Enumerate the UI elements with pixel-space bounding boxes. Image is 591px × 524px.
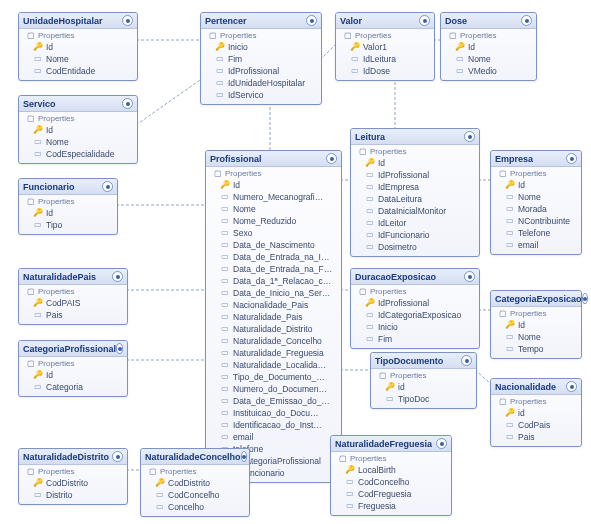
entity-servico[interactable]: ServicoProperties🔑Id▭Nome▭CodEspecialida… bbox=[18, 95, 138, 164]
property-item[interactable]: ▭Tipo bbox=[33, 219, 113, 231]
property-item[interactable]: ▭Data_de_Entrada_na_F… bbox=[220, 263, 337, 275]
property-item[interactable]: ▭Nome bbox=[505, 331, 577, 343]
property-item[interactable]: ▭Inicio bbox=[365, 321, 475, 333]
property-item[interactable]: ▭Nacionalidade_Pais bbox=[220, 299, 337, 311]
entity-leitura[interactable]: LeituraProperties🔑Id▭IdProfissional▭IdEm… bbox=[350, 128, 480, 257]
property-item[interactable]: ▭CodPais bbox=[505, 419, 577, 431]
entity-header[interactable]: NaturalidadePais bbox=[19, 269, 127, 285]
pin-icon[interactable] bbox=[116, 343, 123, 354]
property-item[interactable]: ▭Tempo bbox=[505, 343, 577, 355]
property-item[interactable]: ▭CodFreguesia bbox=[345, 488, 447, 500]
property-item[interactable]: ▭VMedio bbox=[455, 65, 532, 77]
property-item[interactable]: ▭Identificacao_do_Inst… bbox=[220, 419, 337, 431]
property-item[interactable]: ▭Naturalidade_Distrito bbox=[220, 323, 337, 335]
property-item[interactable]: ▭Data_de_Entrada_na_I… bbox=[220, 251, 337, 263]
entity-dose[interactable]: DoseProperties🔑Id▭Nome▭VMedio bbox=[440, 12, 537, 81]
property-item[interactable]: 🔑Id bbox=[33, 369, 123, 381]
property-item[interactable]: ▭Freguesia bbox=[345, 500, 447, 512]
property-item[interactable]: ▭Instituicao_do_Docu… bbox=[220, 407, 337, 419]
entity-duracaoExposicao[interactable]: DuracaoExposicaoProperties🔑IdProfissiona… bbox=[350, 268, 480, 349]
entity-header[interactable]: CategoriaExposicao bbox=[491, 291, 581, 307]
property-item[interactable]: 🔑LocalBirth bbox=[345, 464, 447, 476]
property-item[interactable]: ▭email bbox=[505, 239, 577, 251]
property-item[interactable]: ▭CodConcelho bbox=[345, 476, 447, 488]
property-item[interactable]: ▭Tipo_de_Documento_… bbox=[220, 371, 337, 383]
property-item[interactable]: 🔑Id bbox=[33, 41, 133, 53]
pin-icon[interactable] bbox=[102, 181, 113, 192]
property-item[interactable]: ▭Data_de_Nascimento bbox=[220, 239, 337, 251]
entity-naturalidadePais[interactable]: NaturalidadePaisProperties🔑CodPAIS▭Pais bbox=[18, 268, 128, 325]
property-item[interactable]: ▭Nome bbox=[505, 191, 577, 203]
property-item[interactable]: ▭CodEntidade bbox=[33, 65, 133, 77]
property-item[interactable]: ▭IdEmpresa bbox=[365, 181, 475, 193]
property-item[interactable]: ▭Nome bbox=[33, 53, 133, 65]
entity-header[interactable]: Dose bbox=[441, 13, 536, 29]
entity-profissional[interactable]: ProfissionalProperties🔑Id▭Numero_Mecanog… bbox=[205, 150, 342, 483]
pin-icon[interactable] bbox=[436, 438, 447, 449]
property-item[interactable]: ▭Data_da_1ª_Relacao_c… bbox=[220, 275, 337, 287]
entity-header[interactable]: TipoDocumento bbox=[371, 353, 476, 369]
pin-icon[interactable] bbox=[521, 15, 532, 26]
property-item[interactable]: ▭Nome bbox=[455, 53, 532, 65]
entity-header[interactable]: Servico bbox=[19, 96, 137, 112]
entity-valor[interactable]: ValorProperties🔑Valor1▭IdLeitura▭IdDose bbox=[335, 12, 435, 81]
pin-icon[interactable] bbox=[566, 381, 577, 392]
property-item[interactable]: 🔑CodPAIS bbox=[33, 297, 123, 309]
property-item[interactable]: ▭Numero_Mecanografi… bbox=[220, 191, 337, 203]
property-item[interactable]: ▭IdFuncionario bbox=[365, 229, 475, 241]
property-item[interactable]: 🔑Id bbox=[455, 41, 532, 53]
property-item[interactable]: ▭CodConcelho bbox=[155, 489, 245, 501]
property-item[interactable]: ▭Fim bbox=[215, 53, 317, 65]
pin-icon[interactable] bbox=[112, 271, 123, 282]
entity-header[interactable]: NaturalidadeFreguesia bbox=[331, 436, 451, 452]
property-item[interactable]: 🔑id bbox=[505, 407, 577, 419]
entity-header[interactable]: DuracaoExposicao bbox=[351, 269, 479, 285]
property-item[interactable]: ▭Nome bbox=[33, 136, 133, 148]
pin-icon[interactable] bbox=[306, 15, 317, 26]
property-item[interactable]: 🔑Id bbox=[505, 179, 577, 191]
property-item[interactable]: ▭DataInicialMonitor bbox=[365, 205, 475, 217]
entity-header[interactable]: Valor bbox=[336, 13, 434, 29]
pin-icon[interactable] bbox=[566, 153, 577, 164]
property-item[interactable]: 🔑Valor1 bbox=[350, 41, 430, 53]
pin-icon[interactable] bbox=[582, 293, 588, 304]
pin-icon[interactable] bbox=[326, 153, 337, 164]
property-item[interactable]: ▭Naturalidade_Localida… bbox=[220, 359, 337, 371]
pin-icon[interactable] bbox=[241, 451, 247, 462]
pin-icon[interactable] bbox=[464, 131, 475, 142]
property-item[interactable]: ▭Categoria bbox=[33, 381, 123, 393]
property-item[interactable]: 🔑Id bbox=[33, 124, 133, 136]
pin-icon[interactable] bbox=[419, 15, 430, 26]
property-item[interactable]: ▭IdCategoriaExposicao bbox=[365, 309, 475, 321]
property-item[interactable]: ▭Pais bbox=[505, 431, 577, 443]
property-item[interactable]: ▭IdProfissional bbox=[365, 169, 475, 181]
property-item[interactable]: 🔑Id bbox=[505, 319, 577, 331]
entity-header[interactable]: NaturalidadeConcelho bbox=[141, 449, 249, 465]
property-item[interactable]: ▭Nome_Reduzido bbox=[220, 215, 337, 227]
property-item[interactable]: 🔑Id bbox=[220, 179, 337, 191]
entity-header[interactable]: NaturalidadeDistrito bbox=[19, 449, 127, 465]
property-item[interactable]: 🔑Id bbox=[33, 207, 113, 219]
entity-empresa[interactable]: EmpresaProperties🔑Id▭Nome▭Morada▭NContri… bbox=[490, 150, 582, 255]
property-item[interactable]: ▭Naturalidade_Pais bbox=[220, 311, 337, 323]
pin-icon[interactable] bbox=[112, 451, 123, 462]
property-item[interactable]: 🔑Inicio bbox=[215, 41, 317, 53]
property-item[interactable]: ▭Sexo bbox=[220, 227, 337, 239]
property-item[interactable]: ▭Nome bbox=[220, 203, 337, 215]
entity-header[interactable]: Nacionalidade bbox=[491, 379, 581, 395]
property-item[interactable]: ▭Morada bbox=[505, 203, 577, 215]
entity-tipoDocumento[interactable]: TipoDocumentoProperties🔑id▭TipoDoc bbox=[370, 352, 477, 409]
property-item[interactable]: ▭IdLeitor bbox=[365, 217, 475, 229]
property-item[interactable]: ▭Naturalidade_Freguesia bbox=[220, 347, 337, 359]
property-item[interactable]: 🔑IdProfissional bbox=[365, 297, 475, 309]
pin-icon[interactable] bbox=[461, 355, 472, 366]
property-item[interactable]: ▭Dosimetro bbox=[365, 241, 475, 253]
entity-header[interactable]: Profissional bbox=[206, 151, 341, 167]
property-item[interactable]: 🔑id bbox=[385, 381, 472, 393]
property-item[interactable]: ▭Concelho bbox=[155, 501, 245, 513]
property-item[interactable]: ▭Distrito bbox=[33, 489, 123, 501]
pin-icon[interactable] bbox=[122, 98, 133, 109]
entity-funcionario[interactable]: FuncionarioProperties🔑Id▭Tipo bbox=[18, 178, 118, 235]
property-item[interactable]: 🔑CodDistrito bbox=[155, 477, 245, 489]
property-item[interactable]: ▭Fim bbox=[365, 333, 475, 345]
